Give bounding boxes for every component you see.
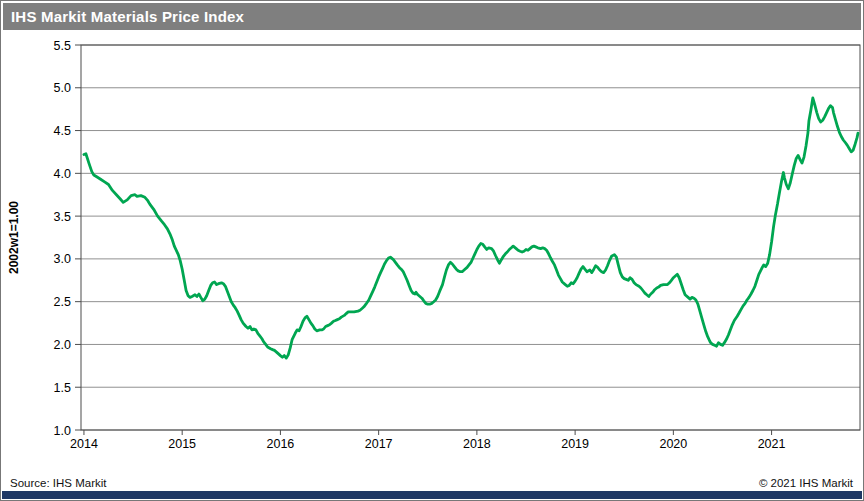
price-index-line bbox=[84, 98, 858, 358]
copyright-label: © 2021 IHS Markit bbox=[759, 477, 853, 489]
y-tick-label: 1.0 bbox=[54, 424, 71, 438]
x-tick-label: 2016 bbox=[267, 437, 295, 451]
y-tick-label: 1.5 bbox=[54, 381, 71, 395]
y-tick-label: 3.5 bbox=[54, 210, 71, 224]
y-tick-label: 2.5 bbox=[54, 295, 71, 309]
x-tick-label: 2017 bbox=[365, 437, 393, 451]
x-tick-label: 2019 bbox=[561, 437, 589, 451]
x-tick-label: 2020 bbox=[659, 437, 687, 451]
plot-border bbox=[81, 45, 860, 430]
materials-price-index-chart: 1.01.52.02.53.03.54.04.55.05.52014201520… bbox=[1, 1, 864, 501]
chart-canvas: 1.01.52.02.53.03.54.04.55.05.52014201520… bbox=[1, 1, 864, 501]
y-tick-label: 4.5 bbox=[54, 124, 71, 138]
y-tick-label: 5.5 bbox=[54, 39, 71, 53]
x-tick-label: 2015 bbox=[168, 437, 196, 451]
source-label: Source: IHS Markit bbox=[10, 477, 107, 489]
x-tick-label: 2014 bbox=[70, 437, 98, 451]
y-tick-label: 4.0 bbox=[54, 167, 71, 181]
y-tick-label: 2.0 bbox=[54, 338, 71, 352]
y-tick-label: 3.0 bbox=[54, 252, 71, 266]
footer-accent-bar bbox=[2, 491, 862, 499]
x-tick-label: 2021 bbox=[758, 437, 786, 451]
y-axis-title: 2002w1=1.00 bbox=[7, 201, 21, 274]
x-tick-label: 2018 bbox=[463, 437, 491, 451]
y-tick-label: 5.0 bbox=[54, 81, 71, 95]
chart-page: IHS Markit Materials Price Index 1.01.52… bbox=[0, 0, 864, 501]
